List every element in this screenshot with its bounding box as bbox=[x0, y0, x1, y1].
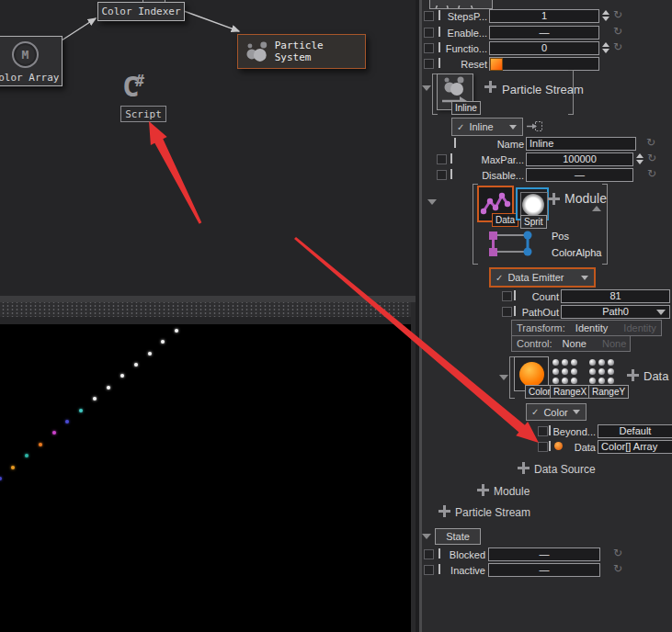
disable-input[interactable]: — bbox=[526, 168, 633, 182]
horizontal-splitter-grip[interactable] bbox=[0, 302, 411, 317]
pathOut-label: PathOut bbox=[517, 306, 559, 319]
reset-icon[interactable]: ↻ bbox=[647, 152, 656, 164]
particle-dot bbox=[11, 466, 15, 469]
plus-icon[interactable] bbox=[518, 462, 530, 474]
rangex-source-icon[interactable] bbox=[552, 359, 577, 384]
disable-checkbox[interactable] bbox=[437, 170, 447, 180]
plus-icon[interactable] bbox=[627, 369, 639, 381]
stepsP-input[interactable]: 1 bbox=[489, 9, 599, 23]
functio-input[interactable]: 0 bbox=[489, 41, 599, 55]
control-key: Control: bbox=[517, 338, 552, 349]
disable-label: Disable... bbox=[460, 169, 524, 182]
data-checkbox[interactable] bbox=[538, 442, 548, 452]
add-module[interactable]: Module bbox=[494, 485, 530, 498]
chevron-down-icon[interactable] bbox=[656, 310, 666, 315]
beyond-checkbox[interactable] bbox=[538, 426, 548, 436]
row-tick bbox=[514, 306, 516, 316]
chevron-down-icon bbox=[509, 125, 517, 130]
collapse-triangle-up[interactable] bbox=[592, 206, 601, 211]
node-particle-system[interactable]: Particle System bbox=[237, 34, 366, 69]
inline-dropdown-button[interactable]: ✓ Inline bbox=[451, 118, 523, 136]
node-script-label[interactable]: Script bbox=[120, 106, 166, 122]
reset-icon[interactable]: ↻ bbox=[646, 137, 655, 148]
reset-color-swatch[interactable] bbox=[490, 58, 503, 71]
chevron-down-icon bbox=[581, 276, 588, 280]
plus-icon[interactable] bbox=[484, 81, 496, 93]
color-dropdown-button[interactable]: ✓ Color bbox=[526, 403, 587, 421]
stepsP-checkbox[interactable] bbox=[424, 11, 434, 21]
maxPar-input[interactable]: 100000 bbox=[526, 152, 633, 166]
name-label: Name bbox=[460, 138, 524, 151]
state-section-header[interactable]: State bbox=[435, 528, 481, 545]
group-bracket-right bbox=[602, 184, 608, 265]
plus-icon[interactable] bbox=[439, 505, 450, 517]
inactive-label: Inactive bbox=[441, 564, 485, 577]
collapse-triangle[interactable] bbox=[422, 85, 431, 91]
name-input[interactable]: Inline bbox=[526, 137, 636, 151]
node-color-indexer[interactable]: Color Indexer bbox=[97, 2, 185, 21]
clipped-glyphs bbox=[430, 6, 490, 9]
functio-checkbox[interactable] bbox=[424, 43, 434, 53]
pathOut-checkbox[interactable] bbox=[502, 307, 512, 317]
insert-into-icon[interactable] bbox=[527, 120, 543, 132]
reset-icon[interactable]: ↻ bbox=[647, 168, 656, 179]
collapse-triangle[interactable] bbox=[427, 199, 437, 205]
particle-dot bbox=[134, 363, 138, 367]
csharp-script-icon[interactable]: C# bbox=[122, 70, 165, 105]
collapse-triangle[interactable] bbox=[422, 534, 431, 539]
checkmark-icon: ✓ bbox=[495, 273, 503, 283]
add-particle-stream[interactable]: Particle Stream bbox=[455, 506, 530, 519]
control-status[interactable]: Control: None None bbox=[511, 335, 631, 352]
count-input[interactable]: 81 bbox=[561, 289, 670, 303]
particle-dot bbox=[175, 329, 178, 333]
plus-icon[interactable] bbox=[477, 484, 489, 496]
reset-icon[interactable]: ↻ bbox=[613, 26, 622, 37]
count-checkbox[interactable] bbox=[502, 291, 512, 301]
inactive-input[interactable]: — bbox=[488, 563, 600, 577]
pathOut-dropdown[interactable]: Path0 bbox=[561, 305, 670, 319]
reset-icon[interactable]: ↻ bbox=[613, 563, 622, 574]
transform-status[interactable]: Transform: Identity Identity bbox=[511, 320, 662, 336]
row-tick bbox=[439, 548, 440, 559]
beyond-input[interactable]: Default bbox=[598, 424, 672, 438]
checkmark-icon: ✓ bbox=[531, 407, 539, 417]
data-emitter-dropdown-button[interactable]: ✓ Data Emitter bbox=[489, 267, 596, 288]
functio-stepper[interactable] bbox=[601, 42, 609, 53]
maxPar-stepper[interactable] bbox=[635, 153, 644, 164]
rangey-source-icon[interactable] bbox=[589, 359, 614, 384]
functio-label: Functio... bbox=[441, 42, 487, 55]
node-label: Color Array bbox=[0, 72, 62, 84]
blocked-input[interactable]: — bbox=[488, 547, 600, 561]
transform-value: Identity bbox=[575, 322, 608, 333]
collapse-triangle[interactable] bbox=[499, 375, 508, 380]
render-viewport[interactable] bbox=[0, 324, 411, 632]
inactive-checkbox[interactable] bbox=[424, 565, 434, 575]
reset-icon[interactable]: ↻ bbox=[613, 547, 622, 559]
reset-icon[interactable]: ↻ bbox=[613, 9, 622, 20]
clipped-section-header[interactable] bbox=[429, 0, 493, 9]
plus-icon[interactable] bbox=[548, 193, 560, 205]
enable-checkbox[interactable] bbox=[424, 28, 434, 38]
reset-input[interactable] bbox=[489, 57, 599, 71]
maxPar-checkbox[interactable] bbox=[437, 154, 447, 164]
row-tick bbox=[549, 441, 551, 451]
blocked-checkbox[interactable] bbox=[424, 549, 434, 559]
particle-bubbles-icon bbox=[243, 39, 270, 64]
enable-input[interactable]: — bbox=[489, 26, 599, 40]
rangex-caption: RangeX bbox=[550, 385, 590, 399]
node-label: Color Indexer bbox=[101, 6, 180, 17]
orange-circle-icon bbox=[519, 362, 544, 387]
reset-checkbox[interactable] bbox=[424, 59, 434, 69]
node-color-array[interactable]: M Color Array bbox=[0, 36, 63, 86]
sprite-circle bbox=[522, 194, 544, 216]
particle-dot bbox=[107, 386, 110, 389]
data-input[interactable]: Color[] Array bbox=[598, 440, 672, 454]
reset-icon[interactable]: ↻ bbox=[613, 41, 622, 52]
data-emitter-button-label: Data Emitter bbox=[507, 272, 564, 283]
stepsP-stepper[interactable] bbox=[601, 10, 609, 21]
transform-key: Transform: bbox=[517, 322, 565, 333]
add-data-source[interactable]: Data Source bbox=[534, 463, 596, 476]
pos-coloralpha-icon bbox=[485, 229, 542, 260]
row-tick bbox=[439, 10, 440, 20]
particle-dot bbox=[65, 420, 69, 423]
